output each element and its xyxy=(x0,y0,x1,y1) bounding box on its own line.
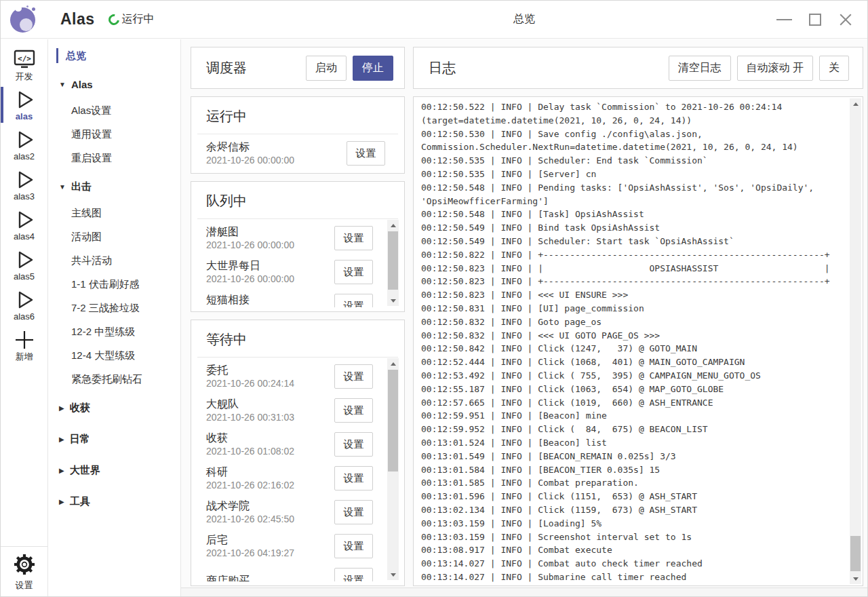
stop-button[interactable]: 停止 xyxy=(353,56,393,81)
task-settings-button[interactable]: 设置 xyxy=(334,534,373,558)
task-settings-button[interactable]: 设置 xyxy=(334,260,373,284)
rail-item-alas4[interactable]: alas4 xyxy=(1,205,47,245)
task-row: 大世界每日2021-10-26 00:00:00设置 xyxy=(206,255,404,289)
menu-item-总览[interactable]: 总览 xyxy=(48,43,180,68)
task-time: 2021-10-26 00:00:00 xyxy=(206,239,334,252)
log-scroll-area[interactable]: 00:12:50.522 | INFO | Delay task `Commis… xyxy=(414,97,863,585)
waiting-title: 等待中 xyxy=(191,320,404,357)
maximize-button[interactable] xyxy=(800,1,830,39)
menu-item-共斗活动[interactable]: 共斗活动 xyxy=(48,249,180,273)
task-settings-button[interactable]: 设置 xyxy=(334,466,373,490)
task-settings-button[interactable]: 设置 xyxy=(334,500,373,524)
menu-item-label: 紧急委托刷钻石 xyxy=(71,373,142,386)
menu-group-出击[interactable]: ▼出击 xyxy=(48,172,180,201)
scroll-down-icon[interactable] xyxy=(387,295,399,306)
pending-task-list[interactable]: 潜艇图2021-10-26 00:00:00设置大世界每日2021-10-26 … xyxy=(191,218,404,307)
rail-item-label: alas6 xyxy=(14,311,35,322)
close-button[interactable] xyxy=(830,1,861,39)
rail-item-alas[interactable]: alas xyxy=(1,85,47,125)
scrollbar-thumb[interactable] xyxy=(388,370,398,471)
rail-item-settings[interactable]: 设置 xyxy=(1,546,47,596)
scroll-up-icon[interactable] xyxy=(387,358,399,369)
menu-item-label: 活动图 xyxy=(71,231,102,244)
task-row: 商店购买设置 xyxy=(206,563,404,581)
page-title: 总览 xyxy=(181,12,867,26)
menu-item-通用设置[interactable]: 通用设置 xyxy=(48,123,180,147)
menu-group-label: 日常 xyxy=(70,433,90,446)
scroll-down-icon[interactable] xyxy=(850,573,861,584)
rail-item-label: 设置 xyxy=(16,579,33,592)
task-name: 余烬信标 xyxy=(206,140,347,154)
rail-item-label: 开发 xyxy=(16,71,33,82)
rail-item-alas3[interactable]: alas3 xyxy=(1,165,47,205)
menu-item-紧急委托刷钻石[interactable]: 紧急委托刷钻石 xyxy=(48,368,180,391)
app-window: Alas 运行中 总览 </>开发alasalas2alas3alas4alas… xyxy=(0,0,868,597)
menu-sidebar: 总览▼AlasAlas设置通用设置重启设置▼出击主线图活动图共斗活动1-1 伏击… xyxy=(48,39,181,596)
task-time: 2021-10-26 00:24:14 xyxy=(206,377,334,390)
menu-item-主线图[interactable]: 主线图 xyxy=(48,201,180,225)
menu-item-label: 12-4 大型练级 xyxy=(71,349,135,362)
menu-item-1-1 伏击刷好感[interactable]: 1-1 伏击刷好感 xyxy=(48,273,180,296)
menu-item-7-2 三战捡垃圾[interactable]: 7-2 三战捡垃圾 xyxy=(48,296,180,320)
menu-item-label: 重启设置 xyxy=(71,152,112,165)
pending-scrollbar[interactable] xyxy=(387,220,399,306)
app-title: Alas xyxy=(60,10,95,28)
menu-item-Alas设置[interactable]: Alas设置 xyxy=(48,99,180,123)
log-content: 00:12:50.522 | INFO | Delay task `Commis… xyxy=(421,100,845,584)
play-icon xyxy=(14,208,35,231)
play-icon xyxy=(14,248,35,271)
menu-group-收获[interactable]: ▶收获 xyxy=(48,393,180,423)
menu-item-label: 7-2 三战捡垃圾 xyxy=(71,302,140,315)
task-name: 大舰队 xyxy=(206,397,334,411)
status-indicator: 运行中 xyxy=(108,12,155,26)
scrollbar-thumb[interactable] xyxy=(388,231,398,290)
rail-item-新增[interactable]: 新增 xyxy=(1,325,47,365)
task-time: 2021-10-26 00:31:03 xyxy=(206,411,334,424)
task-info: 战术学院2021-10-26 02:45:50 xyxy=(206,499,334,526)
task-settings-button[interactable]: 设置 xyxy=(334,294,373,307)
rail-item-alas5[interactable]: alas5 xyxy=(1,245,47,285)
autoscroll-toggle-button[interactable]: 自动滚动 开 xyxy=(737,56,813,81)
log-title: 日志 xyxy=(429,59,456,77)
menu-group-Alas[interactable]: ▼Alas xyxy=(48,69,180,99)
rail-item-开发[interactable]: </>开发 xyxy=(1,45,47,85)
log-scrollbar[interactable] xyxy=(850,98,861,584)
task-settings-button[interactable]: 设置 xyxy=(334,432,373,457)
running-spinner-icon xyxy=(106,12,121,26)
task-info: 后宅2021-10-26 04:19:27 xyxy=(206,533,334,560)
task-settings-button[interactable]: 设置 xyxy=(334,398,373,423)
pending-title: 队列中 xyxy=(191,182,404,218)
rail-item-alas2[interactable]: alas2 xyxy=(1,125,47,165)
task-settings-button[interactable]: 设置 xyxy=(347,141,385,166)
menu-item-label: 1-1 伏击刷好感 xyxy=(71,278,140,291)
menu-group-工具[interactable]: ▶工具 xyxy=(48,486,180,516)
task-settings-button[interactable]: 设置 xyxy=(334,568,373,581)
chevron-down-icon: ▼ xyxy=(59,81,66,88)
rail-item-alas6[interactable]: alas6 xyxy=(1,285,47,325)
minimize-button[interactable] xyxy=(769,1,800,39)
autoscroll-off-button[interactable]: 关 xyxy=(819,56,849,81)
start-button[interactable]: 启动 xyxy=(306,56,347,81)
rail-spacer xyxy=(1,365,47,546)
menu-group-日常[interactable]: ▶日常 xyxy=(48,424,180,454)
scroll-down-icon[interactable] xyxy=(387,569,399,580)
task-settings-button[interactable]: 设置 xyxy=(334,364,373,389)
scroll-up-icon[interactable] xyxy=(387,220,399,231)
menu-group-大世界[interactable]: ▶大世界 xyxy=(48,455,180,485)
waiting-task-list[interactable]: 委托2021-10-26 00:24:14设置大舰队2021-10-26 00:… xyxy=(191,357,404,581)
menu-item-活动图[interactable]: 活动图 xyxy=(48,225,180,249)
menu-item-重启设置[interactable]: 重启设置 xyxy=(48,147,180,170)
scroll-up-icon[interactable] xyxy=(850,98,861,109)
menu-item-12-4 大型练级[interactable]: 12-4 大型练级 xyxy=(48,344,180,368)
task-info: 大世界每日2021-10-26 00:00:00 xyxy=(206,258,334,286)
play-icon xyxy=(14,288,35,311)
scheduler-panel: 调度器 启动 停止 xyxy=(191,47,405,89)
chevron-right-icon: ▶ xyxy=(59,436,64,443)
menu-item-12-2 中型练级[interactable]: 12-2 中型练级 xyxy=(48,320,180,344)
clear-log-button[interactable]: 清空日志 xyxy=(669,56,731,81)
task-settings-button[interactable]: 设置 xyxy=(334,226,373,250)
task-name: 商店购买 xyxy=(206,573,334,582)
log-header-panel: 日志 清空日志 自动滚动 开 关 xyxy=(413,47,863,89)
waiting-scrollbar[interactable] xyxy=(387,358,399,580)
scrollbar-thumb[interactable] xyxy=(850,536,861,571)
